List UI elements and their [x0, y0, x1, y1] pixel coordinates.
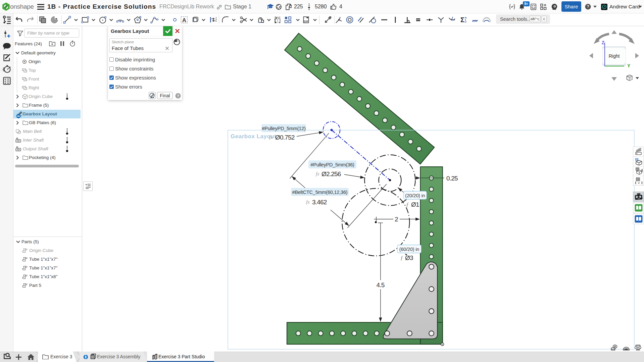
- svg-text:3.462: 3.462: [312, 199, 327, 206]
- svg-text:#BeltCTC_5mm(60,12,36): #BeltCTC_5mm(60,12,36): [292, 190, 348, 195]
- svg-text:ƒ: ƒ: [400, 255, 403, 261]
- svg-text:Right: Right: [609, 53, 620, 59]
- svg-text:Ø3: Ø3: [405, 254, 413, 261]
- svg-text:?: ?: [177, 94, 179, 98]
- svg-text:Ø1: Ø1: [411, 201, 419, 208]
- svg-text:2: 2: [395, 216, 398, 223]
- svg-text:(20/20) in: (20/20) in: [405, 193, 425, 198]
- svg-text:fx: fx: [316, 171, 319, 176]
- svg-text:DXF: DXF: [304, 20, 309, 22]
- svg-text:4.5: 4.5: [376, 281, 384, 289]
- svg-text:Ø0.752: Ø0.752: [275, 134, 295, 141]
- svg-text:?: ?: [587, 4, 589, 9]
- svg-text:fx: fx: [269, 135, 273, 140]
- svg-text:Σ: Σ: [460, 16, 464, 23]
- svg-text:x: x: [638, 181, 640, 185]
- svg-text:ƒ: ƒ: [406, 202, 409, 207]
- svg-text:(60/20) in: (60/20) in: [399, 247, 419, 252]
- svg-text:A: A: [182, 17, 186, 23]
- svg-text:Y: Y: [627, 63, 631, 68]
- svg-text:Ø2.256: Ø2.256: [321, 170, 341, 177]
- svg-text:#PulleyPD_5mm(12): #PulleyPD_5mm(12): [262, 126, 305, 131]
- svg-text:Z: Z: [602, 40, 605, 45]
- svg-text:0.25: 0.25: [446, 175, 458, 182]
- svg-text:#PulleyPD_5mm(36): #PulleyPD_5mm(36): [310, 162, 354, 167]
- svg-text:fx: fx: [306, 199, 310, 205]
